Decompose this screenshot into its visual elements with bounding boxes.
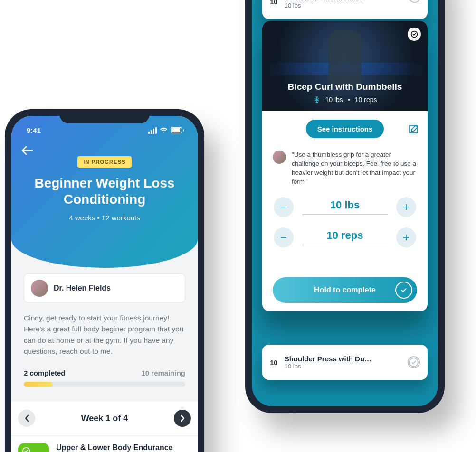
program-screen: 9:41 IN PROGRESS Beginner Weight Loss Co… [11, 116, 198, 452]
exercise-weight: 10 lbs [325, 96, 343, 104]
progress-fill [24, 382, 53, 387]
value-controls: − 10 lbs + − 10 reps + [262, 187, 428, 247]
weight-icon [313, 96, 321, 104]
prev-check [409, 0, 421, 3]
day-badge: Day 1 [18, 443, 49, 452]
prev-exercise-card[interactable]: 10 Dumbbell Lateral Raise 10 lbs [262, 0, 428, 19]
tip-text: "Use a thumbless grip for a greater chal… [292, 151, 417, 187]
back-button[interactable] [21, 145, 33, 156]
phone-right: 10 Dumbbell Lateral Raise 10 lbs 04:18 E… [245, 0, 445, 413]
next-check [408, 356, 420, 368]
week-label: Week 1 of 4 [81, 414, 128, 424]
program-hero: 9:41 IN PROGRESS Beginner Weight Loss Co… [11, 116, 198, 268]
reps-row: − 10 reps + [274, 227, 416, 247]
check-outline-icon [409, 357, 419, 367]
weight-value[interactable]: 10 lbs [302, 199, 388, 215]
status-time: 9:41 [27, 126, 41, 134]
weight-minus-button[interactable]: − [274, 197, 294, 217]
status-bar: 9:41 [21, 126, 188, 134]
reps-value[interactable]: 10 reps [302, 229, 388, 245]
next-exercise-card[interactable]: 10 Shoulder Press with Du… 10 lbs [262, 345, 428, 380]
prev-number: 10 [270, 0, 278, 6]
edit-icon [409, 124, 419, 134]
check-circle-icon [22, 447, 30, 452]
progress-section: 2 completed 10 remaining [24, 369, 185, 387]
exercise-video[interactable]: Bicep Curl with Dumbbells 10 lbs • 10 re… [262, 21, 428, 111]
trainer-card[interactable]: Dr. Helen Fields [24, 273, 185, 303]
weight-plus-button[interactable]: + [396, 197, 416, 217]
progress-bar [24, 382, 185, 387]
next-name: Shoulder Press with Du… [285, 355, 401, 363]
week-navigator: Week 1 of 4 [11, 401, 198, 435]
trainer-tip: "Use a thumbless grip for a greater chal… [273, 151, 417, 187]
chevron-left-icon [24, 414, 29, 422]
trainer-name: Dr. Helen Fields [54, 284, 111, 292]
program-meta: 4 weeks • 12 workouts [21, 214, 188, 222]
arrow-left-icon [21, 145, 33, 156]
battery-icon [171, 127, 182, 133]
tip-avatar [273, 151, 286, 164]
phone-notch [59, 109, 150, 123]
reps-plus-button[interactable]: + [396, 227, 416, 247]
wifi-icon [160, 127, 168, 133]
week-next-button[interactable] [174, 410, 191, 427]
edit-button[interactable] [409, 124, 419, 134]
svg-point-5 [409, 358, 418, 367]
instructions-button[interactable]: See instructions [306, 120, 384, 138]
exercise-reps: 10 reps [355, 96, 377, 104]
chevron-right-icon [180, 414, 185, 422]
hold-check-icon [395, 282, 412, 299]
next-number: 10 [270, 358, 278, 367]
phone-left: 9:41 IN PROGRESS Beginner Weight Loss Co… [5, 109, 204, 452]
status-tag: IN PROGRESS [77, 156, 132, 168]
next-sub: 10 lbs [285, 363, 401, 370]
prev-sub: 10 lbs [285, 2, 363, 9]
exercise-name: Bicep Curl with Dumbbells [288, 82, 402, 92]
weight-row: − 10 lbs + [274, 197, 416, 217]
trainer-message: Cindy, get ready to start your fitness j… [24, 312, 185, 357]
signal-icon [148, 127, 157, 134]
instructions-row: See instructions [262, 111, 428, 147]
check-icon [410, 30, 418, 38]
workout-info: Upper & Lower Body Endurance Bootcamp 30… [56, 443, 191, 452]
exercise-screen: 10 Dumbbell Lateral Raise 10 lbs 04:18 E… [252, 0, 438, 406]
hold-label: Hold to complete [314, 286, 376, 294]
hold-to-complete-button[interactable]: Hold to complete [273, 277, 417, 303]
program-title: Beginner Weight Loss Conditioning [21, 175, 188, 207]
avatar [31, 280, 48, 297]
reps-minus-button[interactable]: − [274, 227, 294, 247]
remaining-label: 10 remaining [141, 369, 185, 377]
exercise-card: Bicep Curl with Dumbbells 10 lbs • 10 re… [262, 21, 428, 311]
video-check [408, 28, 421, 41]
workout-row[interactable]: Day 1 Upper & Lower Body Endurance Bootc… [11, 436, 198, 452]
week-prev-button[interactable] [18, 410, 35, 427]
exercise-meta: 10 lbs • 10 reps [313, 96, 377, 104]
workout-name: Upper & Lower Body Endurance Bootcamp [56, 443, 191, 452]
program-body: Dr. Helen Fields Cindy, get ready to sta… [11, 268, 198, 452]
completed-label: 2 completed [24, 369, 66, 377]
status-icons [148, 127, 182, 134]
